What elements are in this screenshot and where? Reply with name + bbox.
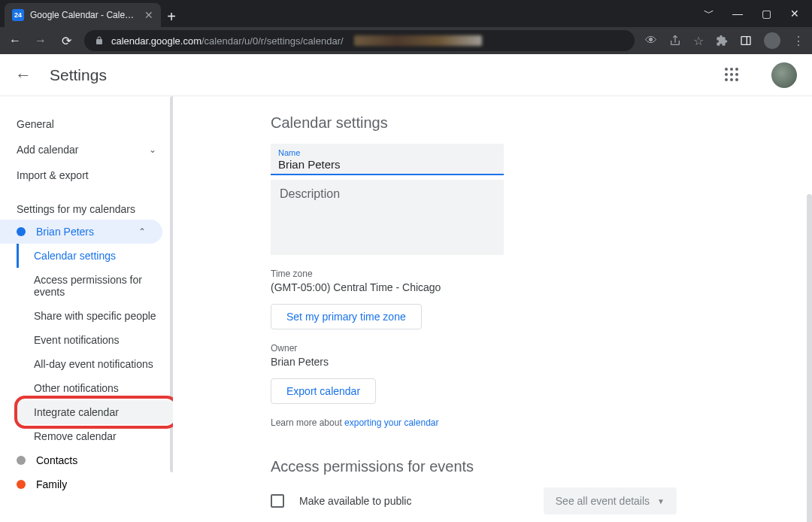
chevron-down-icon[interactable]: ﹀: [702, 7, 716, 20]
nav-back-icon[interactable]: ←: [8, 33, 23, 48]
svg-rect-0: [741, 37, 750, 45]
section-title-access-permissions: Access permissions for events: [271, 458, 812, 475]
sidebar-section-heading: Settings for my calendars: [0, 188, 173, 220]
owner-value: Brian Peters: [271, 356, 812, 368]
minimize-icon[interactable]: —: [731, 8, 744, 20]
event-details-dropdown[interactable]: See all event details ▼: [544, 487, 677, 514]
chevron-up-icon: ⌃: [138, 226, 146, 237]
tab-close-icon[interactable]: ✕: [144, 9, 153, 21]
url-host: calendar.google.com: [111, 35, 201, 47]
tab-title: Google Calendar - Calendar setti: [30, 10, 138, 20]
subnav-share-specific[interactable]: Share with specific people: [17, 304, 173, 328]
subnav-remove-calendar[interactable]: Remove calendar: [17, 424, 173, 448]
description-field-label: Description: [280, 187, 495, 201]
export-calendar-button[interactable]: Export calendar: [271, 378, 376, 404]
calendar-color-dot: [17, 227, 26, 236]
subnav-other-notifications[interactable]: Other notifications: [17, 376, 173, 400]
description-field[interactable]: Description: [271, 180, 504, 255]
name-field-value: Brian Peters: [278, 158, 496, 171]
make-public-checkbox[interactable]: [271, 494, 284, 508]
subnav-calendar-settings[interactable]: Calendar settings: [17, 244, 173, 268]
timezone-label: Time zone: [271, 269, 812, 279]
settings-back-button[interactable]: ←: [15, 65, 32, 85]
url-path: /calendar/u/0/r/settings/calendar/: [201, 35, 344, 47]
page-scrollbar[interactable]: [807, 194, 812, 522]
eye-icon[interactable]: 👁: [645, 34, 657, 47]
owner-label: Owner: [271, 343, 812, 354]
set-primary-timezone-button[interactable]: Set my primary time zone: [271, 304, 422, 329]
sidebar-general[interactable]: General: [0, 111, 173, 137]
sidebar-calendar-brian-peters[interactable]: Brian Peters ⌃: [0, 220, 162, 244]
subnav-integrate-calendar[interactable]: Integrate calendar: [17, 400, 173, 424]
sidebar-calendar-contacts[interactable]: Contacts: [0, 448, 162, 472]
exporting-calendar-link[interactable]: exporting your calendar: [344, 417, 438, 428]
maximize-icon[interactable]: ▢: [759, 8, 773, 20]
google-apps-icon[interactable]: [725, 68, 740, 83]
chevron-down-icon: ⌄: [149, 144, 156, 155]
lock-icon: [95, 36, 104, 45]
address-bar[interactable]: calendar.google.com/calendar/u/0/r/setti…: [84, 30, 635, 51]
account-avatar[interactable]: [771, 62, 797, 88]
sidebar-import-export[interactable]: Import & export: [0, 162, 173, 188]
subnav-allday-notifications[interactable]: All-day event notifications: [17, 352, 173, 376]
sidebar-calendar-family[interactable]: Family: [0, 472, 162, 496]
subnav-access-permissions[interactable]: Access permissions for events: [17, 268, 173, 304]
timezone-value: (GMT-05:00) Central Time - Chicago: [271, 281, 812, 293]
page-title: Settings: [50, 66, 107, 84]
section-title-calendar-settings: Calendar settings: [271, 114, 812, 132]
subnav-event-notifications[interactable]: Event notifications: [17, 328, 173, 352]
calendar-color-dot: [17, 480, 26, 489]
caret-down-icon: ▼: [657, 497, 665, 505]
settings-sidebar: General Add calendar ⌄ Import & export S…: [0, 96, 173, 522]
main-panel: Calendar settings Name Brian Peters Desc…: [173, 96, 812, 522]
close-window-icon[interactable]: ✕: [788, 8, 801, 20]
name-field-label: Name: [278, 148, 496, 157]
make-public-label: Make available to public: [299, 495, 529, 507]
calendar-color-dot: [17, 456, 26, 465]
name-field[interactable]: Name Brian Peters: [271, 144, 504, 175]
url-redacted: [354, 35, 482, 46]
new-tab-button[interactable]: +: [161, 6, 182, 27]
share-icon[interactable]: [669, 35, 681, 47]
extensions-icon[interactable]: [716, 35, 728, 47]
menu-dots-icon[interactable]: ⋮: [792, 34, 804, 48]
browser-tab[interactable]: 24 Google Calendar - Calendar setti ✕: [5, 3, 161, 27]
side-panel-icon[interactable]: [740, 35, 752, 47]
nav-reload-icon[interactable]: ⟳: [59, 33, 74, 48]
star-icon[interactable]: ☆: [693, 34, 704, 48]
nav-forward-icon: →: [33, 33, 48, 48]
favicon-icon: 24: [12, 9, 24, 21]
sidebar-add-calendar[interactable]: Add calendar ⌄: [0, 137, 173, 162]
profile-avatar-icon[interactable]: [764, 32, 780, 49]
learn-more-text: Learn more about exporting your calendar: [271, 417, 812, 428]
